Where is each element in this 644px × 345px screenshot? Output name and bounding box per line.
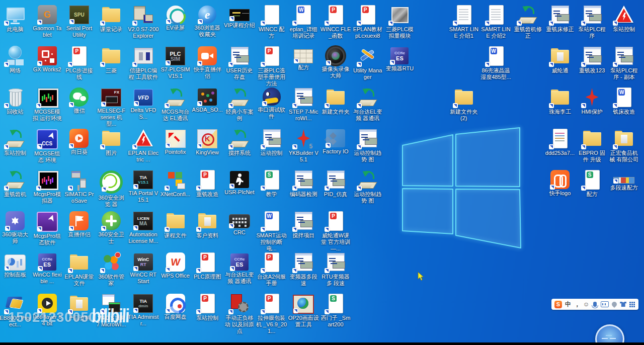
desktop-icon[interactable]: GGaomon Tablet (32, 4, 63, 38)
desktop-icon[interactable]: 控制面板 (0, 251, 31, 278)
desktop-icon[interactable]: VIP课程介绍 (224, 4, 255, 29)
desktop-icon[interactable]: McgsPro组 态软件 (32, 210, 63, 246)
desktop-icon[interactable]: 回收站 (0, 87, 31, 115)
desktop-icon[interactable]: 三菱 (96, 45, 127, 74)
desktop-icon[interactable]: CCfleESWinCC flexible ... (32, 251, 63, 285)
desktop-icon[interactable]: 信捷PLC编程 工具软件 (128, 45, 159, 80)
desktop-icon[interactable]: 课程文件 (160, 210, 191, 239)
chinese-mode-toggle[interactable]: 中 (565, 300, 571, 309)
desktop-icon[interactable]: ASDA_SO... (192, 87, 223, 113)
desktop-icon[interactable]: MCGS与台达 EL通讯 (160, 87, 191, 122)
desktop-icon[interactable]: CRC (224, 210, 255, 236)
desktop-icon[interactable]: 百度网盘 (160, 293, 191, 320)
desktop-icon[interactable]: EPLAN课堂 文件 (63, 251, 95, 287)
voice-input-icon[interactable] (593, 302, 597, 307)
punctuation-toggle[interactable]: ， (574, 300, 580, 309)
desktop-icon[interactable]: McgsPro模 拟器 (32, 169, 63, 204)
desktop-icon[interactable]: 泵站控制 (0, 128, 31, 156)
desktop-icon[interactable]: 360软件管家 (96, 251, 127, 287)
desktop-icon[interactable]: 重铣改造 (192, 169, 223, 198)
desktop-icon[interactable]: PLC原理图 (192, 251, 223, 280)
desktop-icon[interactable]: 快手logo (544, 169, 576, 197)
desktop-icon[interactable]: 客户资料 (192, 210, 223, 239)
desktop-icon[interactable]: VFDDelta VFDS... (128, 87, 159, 120)
desktop-icon[interactable]: TIAdminTIA Administr... (128, 293, 159, 327)
desktop-icon[interactable]: OP20画面设 置工具 (288, 293, 319, 328)
desktop-icon[interactable]: e360浏览器收藏夹 (192, 4, 223, 38)
desktop-icon[interactable]: 拉伸膜包装机 _V6.9_201... (256, 293, 287, 334)
desktop-icon[interactable]: 台达A2伺服 手册 (256, 251, 287, 287)
desktop-icon[interactable]: RTU变频器多 段速 (320, 251, 351, 287)
desktop-icon[interactable]: 西门子 _Smart200 (320, 293, 351, 328)
desktop-icon[interactable]: 向日葵 (63, 128, 95, 155)
desktop-icon[interactable]: USER历史存盘 (224, 45, 255, 80)
desktop-icon[interactable]: 360驱动大师 (0, 210, 31, 244)
desktop-icon[interactable]: 铣床改造 (608, 87, 639, 115)
desktop-icon[interactable]: 运动控制 (256, 128, 287, 156)
desktop-icon[interactable]: 配方 (288, 45, 319, 71)
desktop-icon[interactable]: ddd253a7... (544, 128, 576, 156)
desktop-icon[interactable]: Factory IO (320, 128, 351, 155)
desktop-icon[interactable]: PLCSIMS7-PLCSIM V15.1 (160, 45, 191, 79)
sogou-logo-icon[interactable]: S (554, 301, 562, 308)
desktop-icon[interactable]: LICENMAAutomation License M... (128, 210, 159, 244)
desktop-icon[interactable]: 新建文件夹 (320, 87, 351, 115)
desktop-icon[interactable]: 360安全浏览 器 (96, 169, 127, 208)
desktop-icon[interactable]: 重铣齿机修正 (512, 4, 543, 39)
desktop-icon[interactable]: 运动控制趋势 图 (352, 128, 383, 163)
desktop-icon[interactable]: 网络 (0, 45, 31, 74)
desktop-icon[interactable]: 搅拌项目 (288, 210, 319, 239)
skin-icon[interactable] (620, 302, 626, 307)
desktop-icon[interactable]: 珠海李工 (544, 87, 576, 115)
desktop-icon[interactable]: CCfleES与台达EL变频 器通讯 (224, 251, 255, 285)
desktop-icon[interactable]: WINCC FLE_函数 (320, 4, 351, 39)
desktop-icon[interactable]: 正宏食品机械 有限公司 (608, 128, 639, 163)
desktop-icon[interactable]: 重铣床修正 (544, 4, 576, 33)
desktop-icon[interactable]: 360安全卫士 (96, 210, 127, 244)
desktop-icon[interactable]: 威纶通 (544, 45, 576, 74)
desktop-icon[interactable]: USR-PlcNet (224, 169, 255, 196)
desktop-icon[interactable]: TIAV15.1TIA Portal V15.1 (128, 169, 159, 203)
desktop-icon[interactable]: 编码器检测 (288, 169, 319, 198)
desktop-icon[interactable]: 此电脑 (0, 4, 31, 33)
desktop-icon[interactable]: 摄像头录像大师 (320, 45, 351, 79)
desktop-icon[interactable]: SAMRT LINE 介绍2 (480, 4, 512, 39)
soft-keyboard-icon[interactable] (601, 301, 609, 307)
desktop-icon[interactable]: MCGSE模拟 运行环境 (32, 87, 63, 122)
desktop-icon[interactable]: PID_仿真 (320, 169, 351, 198)
desktop-icon[interactable]: SIMATIC ProSave (63, 169, 95, 204)
desktop-icon[interactable]: 直播伴侣 (63, 210, 95, 238)
desktop-icon[interactable]: STEP 7-MicroWI... (288, 87, 319, 122)
desktop-icon[interactable]: 配方 (577, 169, 608, 198)
desktop-icon[interactable]: WWPS Office (160, 251, 191, 279)
desktop-icon[interactable]: EBPRO 固件 升级 (577, 128, 608, 163)
desktop-icon[interactable]: 微信 (63, 87, 95, 114)
desktop-icon[interactable]: 变频器多段速 (288, 251, 319, 287)
desktop-icon[interactable]: 泵站PLC程序 (577, 4, 608, 39)
desktop-icon[interactable]: 泵站控制 (192, 293, 223, 321)
floating-ball[interactable] (595, 324, 624, 345)
desktop-icon[interactable]: WinCRTWinCC RT Start (128, 251, 159, 285)
desktop-icon[interactable]: 5YKBuilder V5.1 (288, 128, 319, 163)
desktop-icon[interactable]: PLC步进接线 (63, 45, 95, 80)
desktop-icon[interactable]: 三菱PLC模拟量模块 (384, 4, 415, 39)
desktop-icon[interactable]: 串口调试软件 (256, 87, 287, 120)
desktop-icon[interactable]: 搅拌系统 (224, 128, 255, 156)
desktop-icon[interactable]: 新建文件夹 (2) (448, 87, 479, 122)
desktop-icon[interactable]: 多段速配方 (608, 169, 639, 191)
desktop-icon[interactable]: V2.0 S7-200 Explorer (128, 4, 159, 39)
desktop-icon[interactable]: 三菱PLC选型手册使用方法 (256, 45, 287, 87)
desktop-icon[interactable]: WINCC 配方 (256, 4, 287, 39)
desktop-icon[interactable]: Utility Manager (352, 45, 383, 80)
ime-toolbar[interactable]: S 中 ， ☺ (551, 299, 638, 310)
desktop-icon[interactable]: 图片 (96, 128, 127, 156)
desktop-icon[interactable]: GX Works2 (32, 45, 63, 73)
desktop-icon[interactable]: 快手直播伴侣 (192, 45, 223, 79)
desktop-icon[interactable]: SMART LINE 介绍1 (448, 4, 479, 39)
desktop-icon[interactable]: eplan_详细培训记录 (288, 4, 319, 39)
desktop-icon[interactable]: 经典小车案例 (224, 87, 255, 122)
desktop-icon[interactable]: 泵站PLC程序 - 副本 (608, 45, 639, 80)
desktop-icon[interactable]: SPUSerial Port Utility (63, 4, 95, 38)
desktop-icon[interactable]: CCSMCGSE组态 环境 (32, 128, 63, 163)
desktop-icon[interactable]: 重铣改123 (577, 45, 608, 74)
